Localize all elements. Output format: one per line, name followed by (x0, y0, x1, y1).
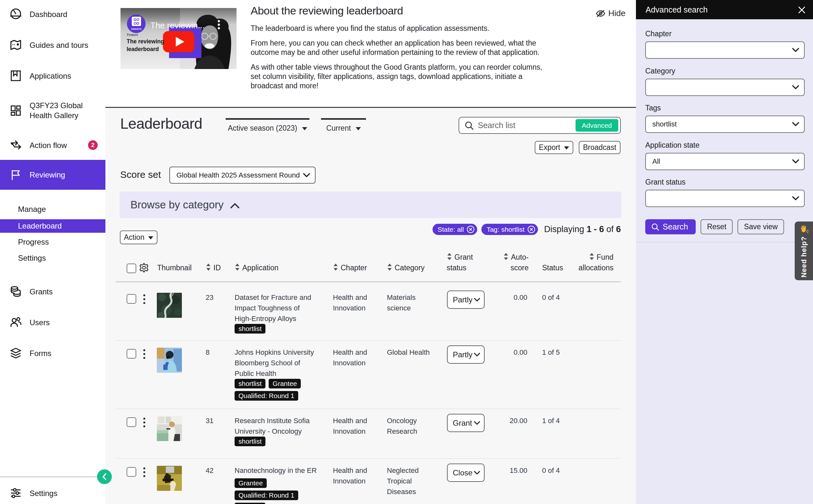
panel-reset-button[interactable]: Reset (701, 219, 733, 234)
column-header-status[interactable]: Status (542, 263, 563, 273)
chevron-down-icon (474, 421, 480, 425)
browse-label: Browse by category (130, 199, 224, 211)
search-input[interactable] (474, 121, 575, 130)
select-all-checkbox[interactable] (127, 264, 136, 273)
chip-state-all[interactable]: State: all (433, 224, 477, 235)
search-box: Advanced (459, 117, 621, 134)
kebab-menu-icon[interactable] (142, 418, 146, 427)
broadcast-button[interactable]: Broadcast (579, 141, 621, 154)
remove-filter-icon[interactable] (527, 225, 535, 233)
score-set-select[interactable]: Global Health 2025 Assessment Round (169, 167, 316, 184)
tab-active-season[interactable]: Active season (2023) (226, 118, 310, 133)
column-header-fund-allocations[interactable]: Fund allocations (562, 252, 614, 273)
grant-status-select[interactable]: Close ( (447, 464, 485, 482)
sidebar-item-forms[interactable]: Forms (0, 343, 105, 363)
chevron-down-icon (792, 85, 800, 90)
grant-status-select[interactable]: Partly (447, 291, 485, 309)
kebab-menu-icon[interactable] (142, 467, 146, 477)
sidebar-item-label: Settings (18, 254, 46, 263)
sidebar-item-action-flow[interactable]: Action flow 2 (0, 135, 105, 155)
tags-select[interactable]: shortlist (645, 116, 805, 133)
column-header-application[interactable]: Application (235, 263, 279, 273)
column-label: Application (242, 264, 279, 272)
row-checkbox[interactable] (127, 349, 136, 359)
tag: shortlist (235, 437, 266, 446)
row-thumbnail[interactable] (157, 348, 182, 373)
table-row[interactable]: 23 Dataset for Fracture and Impact Tough… (116, 286, 621, 340)
cell-status: 1 of 4 (542, 415, 560, 426)
need-help-tab[interactable]: Need help? (795, 222, 813, 280)
cell-status: 0 of 4 (542, 292, 560, 303)
sidebar-item-reviewing[interactable]: Reviewing (0, 160, 105, 190)
column-header-id[interactable]: ID (206, 263, 221, 273)
grant-status-select[interactable]: Grant (447, 414, 485, 432)
row-checkbox[interactable] (127, 417, 136, 427)
chevron-down-icon (474, 471, 480, 475)
browse-by-category-bar[interactable]: Browse by category (119, 192, 621, 218)
application-link[interactable]: Research Institute Sofia University - On… (235, 415, 326, 437)
tab-current[interactable]: Current (321, 118, 366, 133)
action-button[interactable]: Action (120, 230, 157, 244)
column-header-auto-score[interactable]: Auto-score (487, 252, 529, 273)
sidebar-item-guides-and-tours[interactable]: Guides and tours (0, 35, 105, 55)
advanced-search-button[interactable]: Advanced (575, 119, 618, 132)
close-panel-button[interactable] (796, 4, 807, 15)
grant-status-filter-select[interactable] (645, 190, 805, 207)
sort-icon (447, 253, 452, 263)
flag-icon (10, 169, 22, 181)
tag: Grantee (269, 379, 301, 388)
chip-tag-shortlist[interactable]: Tag: shortlist (481, 224, 538, 235)
panel-search-button[interactable]: Search (645, 219, 696, 234)
sidebar-subitem-manage[interactable]: Manage (0, 202, 105, 216)
about-title: About the reviewing leaderboard (251, 4, 540, 17)
column-label: Auto-score (511, 253, 529, 272)
sidebar-item-applications[interactable]: Applications (0, 65, 105, 86)
gear-icon[interactable] (138, 262, 149, 274)
tag: shortlist (235, 324, 266, 334)
table-row[interactable]: 42 Nanotechnology in the ER Grantee Qual… (116, 458, 621, 504)
panel-save-view-button[interactable]: Save view (738, 219, 784, 234)
hide-button[interactable]: Hide (596, 8, 625, 18)
sidebar-item-users[interactable]: Users (0, 312, 105, 333)
application-link[interactable]: Johns Hopkins University Bloomberg Schoo… (235, 347, 326, 379)
sidebar-subitem-leaderboard[interactable]: Leaderboard (0, 219, 105, 233)
field-label-grant-status: Grant status (645, 178, 686, 187)
field-label-chapter: Chapter (645, 30, 672, 38)
kebab-menu-icon[interactable] (142, 349, 146, 359)
column-header-thumbnail[interactable]: Thumbnail (157, 263, 191, 273)
video-thumbnail[interactable]: GO OD GRANTS Feature The reviewing leade… (120, 8, 237, 69)
application-state-select[interactable]: All (645, 153, 805, 170)
column-header-chapter[interactable]: Chapter (333, 263, 367, 273)
row-checkbox[interactable] (127, 467, 136, 477)
button-label: Export (539, 143, 560, 152)
row-thumbnail[interactable] (157, 466, 182, 491)
sidebar-collapse-button[interactable] (97, 469, 112, 484)
table-row[interactable]: 31 Research Institute Sofia University -… (116, 409, 621, 458)
sidebar-item-dashboard[interactable]: Dashboard (0, 4, 105, 24)
grant-status-select[interactable]: Partly (447, 345, 485, 364)
application-link[interactable]: Dataset for Fracture and Impact Toughnes… (235, 292, 326, 324)
cell-category: Global Health (387, 347, 445, 358)
export-button[interactable]: Export (535, 141, 573, 154)
sidebar-item-q3fy23-global-health-gallery[interactable]: Q3FY23 Global Health Gallery (0, 95, 105, 126)
sidebar-item-settings[interactable]: Settings (0, 483, 105, 503)
column-label: Chapter (341, 264, 367, 272)
remove-filter-icon[interactable] (467, 225, 475, 233)
sidebar-item-grants[interactable]: Grants (0, 281, 105, 302)
sidebar-subitem-settings[interactable]: Settings (0, 251, 105, 265)
category-select[interactable] (645, 79, 805, 96)
row-thumbnail[interactable] (157, 293, 182, 318)
gallery-grid-icon (10, 104, 22, 117)
search-icon (651, 223, 660, 231)
column-header-category[interactable]: Category (387, 263, 424, 273)
kebab-menu-icon[interactable] (142, 294, 146, 304)
chapter-select[interactable] (645, 41, 805, 59)
search-icon (464, 121, 474, 130)
row-checkbox[interactable] (127, 294, 136, 304)
column-header-grant-status[interactable]: Grant status (447, 252, 480, 273)
application-link[interactable]: Nanotechnology in the ER (235, 465, 326, 476)
table-row[interactable]: 8 Johns Hopkins University Bloomberg Sch… (116, 340, 621, 409)
sidebar-subitem-progress[interactable]: Progress (0, 235, 105, 249)
row-thumbnail[interactable] (157, 416, 182, 441)
about-paragraph: From here, you can you can check whether… (251, 39, 540, 57)
